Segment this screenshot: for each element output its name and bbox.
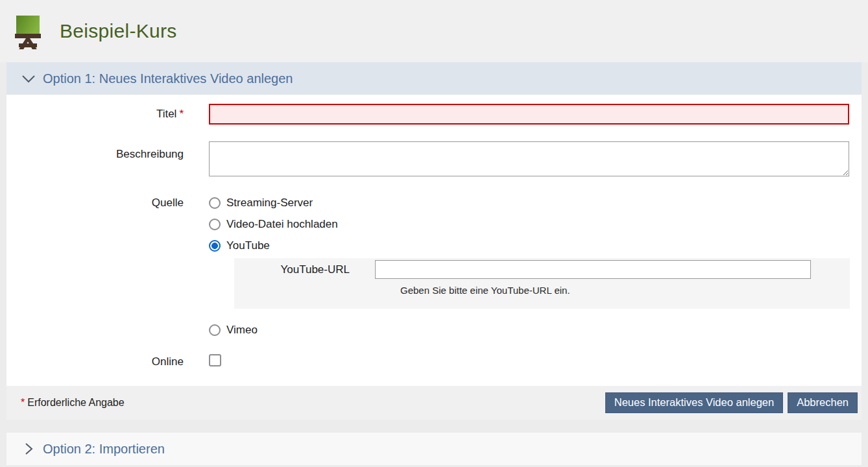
form-footer: *Erforderliche Angabe Neues Interaktives… bbox=[6, 386, 862, 420]
radio-label: YouTube bbox=[226, 239, 270, 252]
online-checkbox[interactable] bbox=[209, 354, 221, 366]
chevron-right-icon[interactable] bbox=[21, 443, 36, 455]
radio-label: Streaming-Server bbox=[226, 197, 313, 210]
radio-option-video-datei[interactable]: Video-Datei hochladen bbox=[209, 213, 338, 235]
beschreibung-row: Beschreibung bbox=[6, 141, 862, 179]
radio-option-streaming-server[interactable]: Streaming-Server bbox=[209, 192, 313, 213]
required-asterisk: * bbox=[21, 397, 25, 408]
submit-button[interactable]: Neues Interaktives Video anlegen bbox=[605, 392, 783, 413]
chevron-down-icon[interactable] bbox=[21, 73, 36, 84]
radio-label: Vimeo bbox=[226, 324, 258, 337]
required-asterisk: * bbox=[179, 108, 184, 120]
radio-option-youtube[interactable]: YouTube bbox=[209, 235, 270, 256]
option1-form: Titel* Beschreibung Quelle S bbox=[6, 95, 862, 386]
titel-input[interactable] bbox=[209, 104, 849, 125]
option2-header[interactable]: Option 2: Importieren bbox=[6, 433, 862, 465]
quelle-label: Quelle bbox=[6, 192, 209, 210]
beschreibung-label: Beschreibung bbox=[6, 141, 209, 161]
required-note: *Erforderliche Angabe bbox=[21, 397, 125, 409]
youtube-url-row: YouTube-URL bbox=[234, 260, 850, 279]
option1-header[interactable]: Option 1: Neues Interaktives Video anleg… bbox=[6, 62, 862, 95]
cancel-button[interactable]: Abbrechen bbox=[788, 392, 858, 413]
radio-label: Video-Datei hochladen bbox=[226, 218, 338, 231]
quelle-row: Quelle Streaming-Server Video-Datei hoch… bbox=[6, 192, 862, 256]
option2-title: Option 2: Importieren bbox=[43, 442, 165, 457]
streaming-server-radio[interactable] bbox=[209, 197, 221, 209]
option2-section: Option 2: Importieren bbox=[6, 433, 862, 465]
video-datei-radio[interactable] bbox=[209, 219, 221, 230]
online-label: Online bbox=[6, 355, 209, 368]
youtube-url-hint: Geben Sie bitte eine YouTube-URL ein. bbox=[400, 285, 850, 296]
course-easel-icon bbox=[13, 14, 43, 49]
option1-title: Option 1: Neues Interaktives Video anleg… bbox=[43, 71, 293, 86]
titel-row: Titel* bbox=[6, 104, 862, 125]
titel-label: Titel* bbox=[6, 108, 209, 121]
page-title: Beispiel-Kurs bbox=[60, 20, 177, 42]
beschreibung-textarea[interactable] bbox=[209, 141, 849, 176]
option1-section: Option 1: Neues Interaktives Video anleg… bbox=[6, 62, 862, 420]
youtube-url-input[interactable] bbox=[375, 260, 811, 279]
online-row: Online bbox=[6, 354, 862, 369]
youtube-radio[interactable] bbox=[209, 240, 221, 252]
vimeo-radio[interactable] bbox=[209, 324, 221, 336]
radio-option-vimeo[interactable]: Vimeo bbox=[209, 319, 258, 341]
youtube-url-label: YouTube-URL bbox=[234, 263, 375, 276]
youtube-url-box: YouTube-URL Geben Sie bitte eine YouTube… bbox=[234, 258, 850, 309]
page-header: Beispiel-Kurs bbox=[0, 0, 868, 62]
vimeo-row: Vimeo bbox=[6, 319, 862, 341]
